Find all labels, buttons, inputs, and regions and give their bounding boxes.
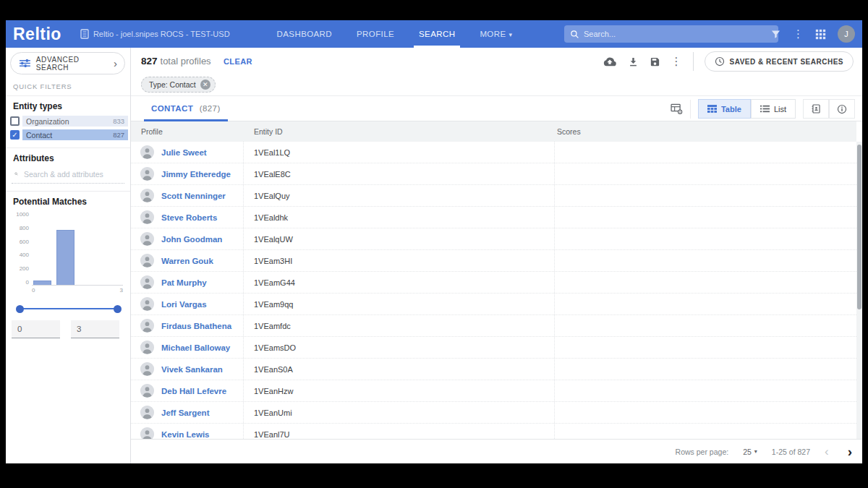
nav-item-search[interactable]: SEARCH — [407, 20, 467, 48]
next-page-button[interactable]: › — [848, 445, 852, 458]
table-row[interactable]: Steve Roberts 1VEaldhk — [131, 207, 856, 228]
list-view-button[interactable]: List — [751, 99, 796, 119]
profile-name-link[interactable]: Jimmy Etheredge — [161, 163, 231, 185]
entity-type-count: 827 — [113, 131, 124, 139]
profile-name-link[interactable]: Vivek Sankaran — [161, 359, 223, 380]
slider-handle-min[interactable] — [16, 305, 24, 313]
potential-matches-chart: 10008006004002000 0 3 — [10, 212, 126, 298]
contacts-book-icon[interactable] — [803, 99, 829, 119]
nav-kebab-menu-icon[interactable]: ⋮ — [793, 27, 804, 40]
profile-name-link[interactable]: Warren Gouk — [161, 250, 213, 272]
download-icon[interactable] — [628, 56, 639, 67]
profile-avatar-icon — [140, 384, 154, 398]
nav-item-dashboard[interactable]: DASHBOARD — [265, 20, 344, 48]
profile-name-link[interactable]: Firdaus Bhathena — [161, 315, 231, 337]
nav-item-profile[interactable]: PROFILE — [344, 20, 407, 48]
table-row[interactable]: Deb Hall Lefevre 1VEanHzw — [131, 380, 856, 402]
profile-name-link[interactable]: Pat Murphy — [161, 272, 207, 294]
column-header-scores: Scores — [557, 121, 581, 142]
table-view-button[interactable]: Table — [698, 99, 751, 119]
table-scrollbar[interactable] — [856, 142, 862, 439]
clear-filters-link[interactable]: CLEAR — [224, 57, 252, 66]
entity-type-organization[interactable]: ✓ Organization 833 — [10, 115, 128, 127]
profile-name-link[interactable]: Steve Roberts — [161, 207, 217, 228]
entity-type-label: Organization — [26, 117, 69, 126]
slider-track[interactable] — [19, 308, 119, 309]
cloud-export-icon[interactable] — [603, 56, 617, 67]
histogram-bar — [56, 230, 75, 285]
global-search-input[interactable] — [584, 30, 773, 38]
saved-recent-searches-button[interactable]: SAVED & RECENT SEARCHES — [705, 51, 854, 72]
table-row[interactable]: Pat Murphy 1VEamG44 — [131, 272, 856, 294]
table-row[interactable]: Warren Gouk 1VEam3HI — [131, 250, 856, 272]
y-tick-label: 0 — [10, 280, 29, 286]
info-icon[interactable] — [829, 99, 855, 119]
table-row[interactable]: Vivek Sankaran 1VEanS0A — [131, 359, 856, 380]
potential-matches-heading: Potential Matches — [13, 197, 87, 207]
attributes-search-box[interactable] — [12, 165, 124, 184]
table-row[interactable]: John Goodman 1VEalqUW — [131, 228, 856, 250]
profile-name-link[interactable]: John Goodman — [161, 228, 222, 250]
profile-avatar-icon — [140, 232, 154, 246]
profile-name-link[interactable]: Julie Sweet — [161, 142, 207, 163]
range-min-input[interactable] — [12, 320, 60, 338]
list-view-label: List — [774, 105, 786, 114]
profile-name-link[interactable]: Kevin Lewis — [161, 424, 209, 439]
table-row[interactable]: Michael Balloway 1VEamsDO — [131, 337, 856, 359]
advanced-search-button[interactable]: ADVANCED SEARCH › — [10, 52, 125, 74]
entity-id: 1VEalE8C — [254, 163, 291, 185]
apps-grid-icon[interactable] — [815, 29, 826, 40]
scores-cell — [557, 142, 629, 163]
table-row[interactable]: Firdaus Bhathena 1VEamfdc — [131, 315, 856, 337]
checkbox-unchecked-icon[interactable]: ✓ — [10, 116, 20, 126]
column-settings-icon[interactable] — [671, 103, 683, 114]
active-filters-row: Type: Contact ✕ — [141, 77, 216, 94]
entity-id: 1VEamG44 — [254, 272, 295, 294]
global-search-box[interactable] — [564, 25, 778, 43]
slider-handle-max[interactable] — [114, 305, 122, 313]
filter-chip-type-contact[interactable]: Type: Contact ✕ — [141, 77, 216, 93]
table-row[interactable]: Scott Nenninger 1VEalQuy — [131, 185, 856, 207]
y-tick-label: 400 — [10, 252, 29, 258]
save-search-icon[interactable] — [650, 56, 660, 67]
chip-close-icon[interactable]: ✕ — [200, 80, 210, 90]
list-view-icon — [760, 105, 770, 113]
profile-name-link[interactable]: Scott Nenninger — [161, 185, 226, 207]
entity-id: 1VEam9qq — [254, 294, 293, 315]
checkbox-checked-icon[interactable]: ✓ — [10, 130, 20, 140]
previous-page-button[interactable]: ‹ — [825, 445, 829, 458]
scrollbar-thumb[interactable] — [857, 145, 861, 309]
profile-name-link[interactable]: Lori Vargas — [161, 294, 207, 315]
entity-id: 1VEal1LQ — [254, 142, 290, 163]
filter-chip-label: Type: Contact — [149, 80, 196, 89]
rows-per-page-select[interactable]: 25 ▾ — [743, 448, 757, 456]
controls-divider — [690, 100, 691, 119]
matches-range-slider[interactable] — [16, 304, 122, 313]
filter-funnel-icon[interactable] — [770, 29, 781, 40]
quick-filters-label: QUICK FILTERS — [13, 82, 72, 90]
attributes-search-input[interactable] — [24, 170, 122, 179]
tab-contact[interactable]: CONTACT (827) — [151, 96, 221, 121]
profile-name-link[interactable]: Michael Balloway — [161, 337, 230, 359]
table-row[interactable]: Jeff Sargent 1VEanUmi — [131, 402, 856, 424]
profile-avatar-icon — [140, 341, 154, 354]
reltio-logo[interactable]: Reltio — [13, 25, 61, 44]
table-row[interactable]: Lori Vargas 1VEam9qq — [131, 294, 856, 315]
nav-item-more[interactable]: MORE▾ — [467, 20, 524, 48]
entity-id: 1VEalQuy — [254, 185, 290, 207]
scores-cell — [557, 250, 629, 271]
entity-type-contact[interactable]: ✓ Contact 827 — [10, 129, 128, 141]
profile-name-link[interactable]: Jeff Sargent — [161, 402, 209, 424]
column-header-profile: Profile — [141, 121, 163, 142]
profile-name-link[interactable]: Deb Hall Lefevre — [161, 380, 226, 402]
user-avatar[interactable]: J — [838, 25, 855, 43]
table-row[interactable]: Julie Sweet 1VEal1LQ — [131, 142, 856, 163]
table-row[interactable]: Jimmy Etheredge 1VEalE8C — [131, 163, 856, 185]
total-profiles-label: 827total profiles — [141, 56, 211, 67]
tenant-selector[interactable]: Reltio - joel.snipes ROCS - TEST-USD — [80, 29, 230, 39]
results-kebab-menu-icon[interactable]: ⋮ — [671, 55, 682, 68]
entity-id: 1VEanS0A — [254, 359, 293, 380]
table-row[interactable]: Kevin Lewis 1VEanl7U — [131, 424, 856, 439]
range-max-input[interactable] — [71, 320, 119, 338]
app-window: Reltio Reltio - joel.snipes ROCS - TEST-… — [6, 20, 862, 463]
